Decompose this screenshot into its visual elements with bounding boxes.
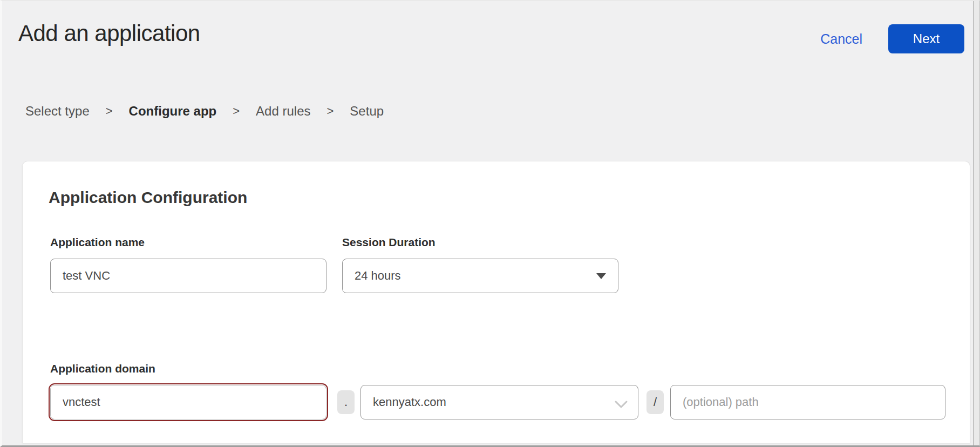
scrollbar[interactable] (973, 1, 979, 445)
breadcrumb-separator: > (327, 104, 334, 118)
domain-select[interactable]: kennyatx.com (360, 385, 638, 419)
application-name-label: Application name (50, 236, 145, 249)
chevron-down-icon (614, 398, 628, 412)
breadcrumb-separator: > (106, 104, 113, 118)
caret-down-icon (596, 273, 606, 279)
cancel-button[interactable]: Cancel (820, 31, 862, 47)
application-name-input[interactable] (50, 259, 326, 293)
page-title: Add an application (18, 21, 200, 46)
header-actions: Cancel Next (820, 24, 964, 54)
application-domain-label: Application domain (50, 362, 155, 375)
application-configuration-card: Application Configuration Application na… (22, 161, 970, 443)
step-add-rules[interactable]: Add rules (256, 104, 310, 119)
step-setup[interactable]: Setup (350, 104, 384, 119)
step-configure-app[interactable]: Configure app (129, 104, 217, 119)
breadcrumb-separator: > (233, 104, 240, 118)
section-title: Application Configuration (49, 188, 247, 207)
session-duration-value: 24 hours (355, 269, 401, 283)
dot-separator: . (337, 390, 355, 414)
step-select-type[interactable]: Select type (25, 104, 90, 119)
slash-separator: / (646, 390, 664, 414)
add-application-page: Add an application Cancel Next Select ty… (0, 0, 980, 447)
session-duration-select[interactable]: 24 hours (342, 259, 618, 293)
subdomain-input[interactable] (50, 385, 326, 419)
next-button[interactable]: Next (888, 24, 964, 53)
breadcrumb: Select type > Configure app > Add rules … (25, 104, 384, 119)
path-input[interactable] (670, 385, 945, 419)
session-duration-label: Session Duration (342, 236, 435, 249)
domain-value: kennyatx.com (373, 395, 446, 409)
